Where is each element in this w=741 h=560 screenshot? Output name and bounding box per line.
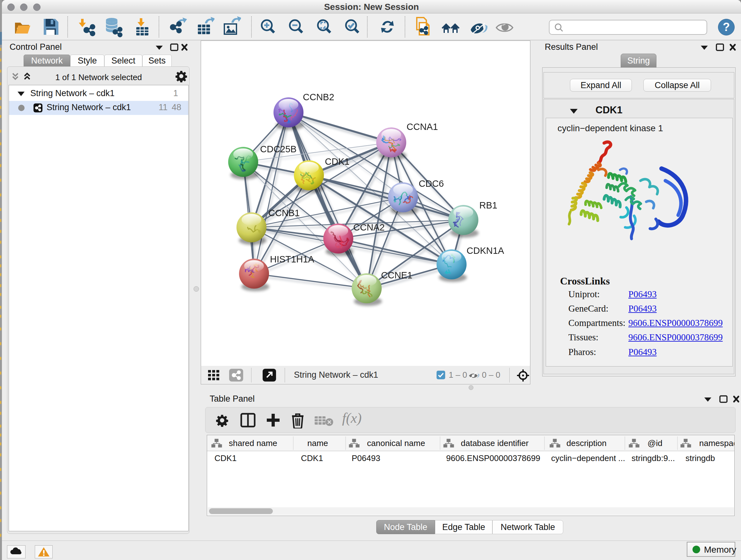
svg-text:CDKN1A: CDKN1A — [467, 246, 504, 256]
svg-text:description: description — [566, 438, 607, 448]
svg-text:CDC6: CDC6 — [419, 179, 444, 189]
svg-text:shared name: shared name — [229, 438, 277, 448]
svg-text:CCNA2: CCNA2 — [353, 222, 385, 233]
svg-text:canonical name: canonical name — [367, 438, 425, 448]
svg-text:HIST1H1A: HIST1H1A — [270, 254, 314, 264]
svg-text:CCNE1: CCNE1 — [381, 270, 412, 280]
svg-text:RB1: RB1 — [479, 200, 497, 210]
svg-text:CCNA1: CCNA1 — [407, 122, 438, 132]
svg-text:database identifier: database identifier — [461, 438, 529, 448]
svg-text:namespac: namespac — [699, 438, 734, 448]
svg-text:CCNB1: CCNB1 — [268, 208, 300, 218]
svg-text:CCNB2: CCNB2 — [303, 92, 334, 102]
svg-text:CDC25B: CDC25B — [260, 144, 296, 154]
svg-text:@id: @id — [648, 438, 663, 448]
svg-text:name: name — [307, 438, 328, 448]
svg-text:CDK1: CDK1 — [325, 157, 349, 167]
